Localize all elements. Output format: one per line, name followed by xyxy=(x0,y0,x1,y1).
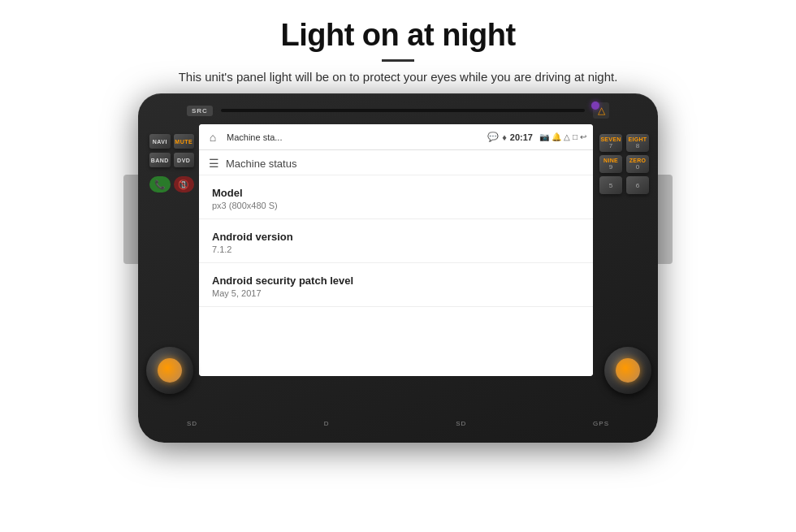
nine-number: 9 xyxy=(609,163,612,171)
left-controls: NAVI MUTE BAND DVD 📞 📵 xyxy=(149,134,194,192)
page-subtitle: This unit's panel light will be on to pr… xyxy=(0,70,796,84)
status-right-icons: 📷 🔔 △ □ ↩ xyxy=(539,132,586,141)
square-status-icon: □ xyxy=(573,132,578,141)
purple-light xyxy=(591,102,599,110)
five-number: 5 xyxy=(609,182,612,189)
left-knob-inner xyxy=(158,358,182,383)
src-button[interactable]: SRC xyxy=(187,106,213,116)
sd-right-label: SD xyxy=(456,420,466,427)
chat-status-icon: 💬 xyxy=(487,132,499,142)
zero-button[interactable]: ZERO 0 xyxy=(626,155,649,173)
hamburger-icon[interactable]: ☰ xyxy=(209,157,219,170)
info-item-android-version: Android version 7.1.2 xyxy=(199,219,593,263)
six-number: 6 xyxy=(636,182,639,189)
title-divider xyxy=(382,59,414,62)
mute-button[interactable]: MUTE xyxy=(174,134,195,149)
navi-mute-row: NAVI MUTE xyxy=(149,134,194,149)
left-knob-container xyxy=(146,347,193,394)
camera-status-icon: 📷 xyxy=(539,132,549,141)
screen: ⌂ Machine sta... 💬 ♦ 20:17 📷 🔔 △ □ ↩ xyxy=(199,124,593,376)
end-call-button[interactable]: 📵 xyxy=(174,176,195,192)
pin-status-icon: ♦ xyxy=(502,132,507,142)
eight-label: EIGHT xyxy=(629,136,647,142)
sd-left-label: SD xyxy=(187,420,197,427)
nine-label: NINE xyxy=(603,158,618,163)
app-content: ☰ Machine status Model px3 (800x480 S) A… xyxy=(199,150,593,376)
android-version-value: 7.1.2 xyxy=(212,244,580,254)
answer-call-button[interactable]: 📞 xyxy=(149,176,171,192)
app-header: ☰ Machine status xyxy=(199,150,593,175)
status-icons: 💬 ♦ 20:17 xyxy=(487,132,533,142)
d-label: D xyxy=(324,420,330,427)
cd-slot xyxy=(221,109,585,112)
triangle-status-icon: △ xyxy=(564,132,570,141)
gps-label: GPS xyxy=(593,420,609,427)
number-buttons-grid: SEVEN 7 EIGHT 8 NINE 9 ZERO 0 xyxy=(599,134,650,194)
info-item-security-patch: Android security patch level May 5, 2017 xyxy=(199,263,593,307)
navi-button[interactable]: NAVI xyxy=(149,134,171,149)
status-time: 20:17 xyxy=(510,132,533,142)
android-version-label: Android version xyxy=(212,231,580,243)
back-status-icon: ↩ xyxy=(580,132,586,141)
volume-status-icon: 🔔 xyxy=(552,132,561,141)
nine-button[interactable]: NINE 9 xyxy=(599,155,622,173)
zero-number: 0 xyxy=(636,163,639,171)
security-patch-label: Android security patch level xyxy=(212,275,580,287)
app-header-title: Machine status xyxy=(226,158,296,170)
top-bar: SRC △ xyxy=(187,102,609,119)
seven-label: SEVEN xyxy=(600,136,621,142)
right-controls: SEVEN 7 EIGHT 8 NINE 9 ZERO 0 xyxy=(599,134,650,194)
security-patch-value: May 5, 2017 xyxy=(212,288,580,298)
phone-buttons-row: 📞 📵 xyxy=(149,176,194,192)
car-unit-wrapper: SRC △ ⌂ Machine sta... 💬 ♦ 20:17 xyxy=(138,93,658,443)
model-label: Model xyxy=(212,187,580,199)
left-knob[interactable] xyxy=(146,347,193,394)
eight-number: 8 xyxy=(636,142,639,149)
title-section: Light on at night This unit's panel ligh… xyxy=(0,0,796,93)
page-title: Light on at night xyxy=(0,18,796,53)
model-value: px3 (800x480 S) xyxy=(212,201,580,210)
info-item-model: Model px3 (800x480 S) xyxy=(199,175,593,219)
home-icon[interactable]: ⌂ xyxy=(205,130,220,145)
seven-button[interactable]: SEVEN 7 xyxy=(599,134,622,152)
eight-button[interactable]: EIGHT 8 xyxy=(626,134,649,152)
bottom-strip: SD D SD GPS xyxy=(187,415,609,431)
status-bar-title: Machine sta... xyxy=(227,132,484,142)
dvd-button[interactable]: DVD xyxy=(174,153,195,167)
band-dvd-row: BAND DVD xyxy=(149,153,194,167)
android-status-bar: ⌂ Machine sta... 💬 ♦ 20:17 📷 🔔 △ □ ↩ xyxy=(199,124,593,150)
car-unit: SRC △ ⌂ Machine sta... 💬 ♦ 20:17 xyxy=(138,93,658,443)
right-knob-inner xyxy=(616,358,640,383)
zero-label: ZERO xyxy=(629,158,647,163)
page-container: Light on at night This unit's panel ligh… xyxy=(0,0,796,532)
seven-number: 7 xyxy=(609,142,612,149)
right-knob-container xyxy=(604,347,651,394)
six-button[interactable]: 6 xyxy=(626,176,649,194)
band-button[interactable]: BAND xyxy=(149,153,171,167)
five-button[interactable]: 5 xyxy=(599,176,622,194)
right-knob[interactable] xyxy=(604,347,651,394)
